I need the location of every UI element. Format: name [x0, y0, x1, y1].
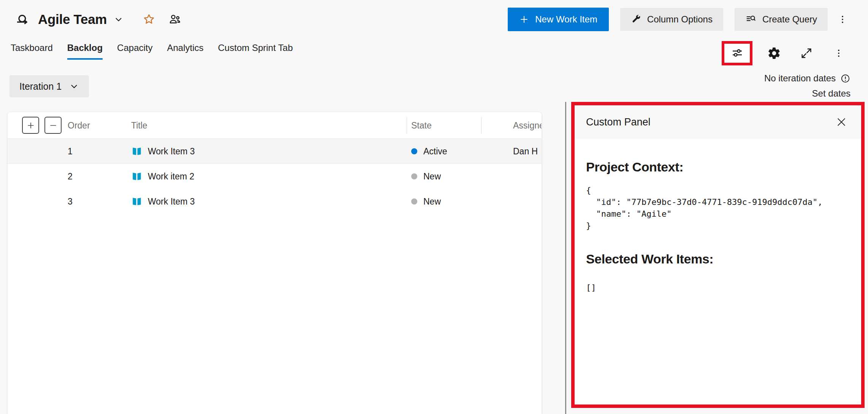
- close-icon: [835, 116, 847, 128]
- filter-highlight-box: [722, 41, 752, 65]
- settings-button[interactable]: [763, 43, 785, 64]
- create-query-label: Create Query: [762, 14, 817, 25]
- work-item-state: New: [423, 197, 441, 207]
- custom-panel: Custom Panel Project Context: { "id": "7…: [571, 102, 865, 408]
- backlog-table: Order Title State Assigned To 1 Work Ite…: [8, 112, 542, 414]
- team-members-button[interactable]: [166, 11, 184, 28]
- create-query-button[interactable]: Create Query: [735, 8, 828, 31]
- sprint-tabs: Taskboard Backlog Capacity Analytics Cus…: [11, 43, 293, 60]
- team-header: Agile Team: [15, 6, 852, 33]
- column-separator: [481, 117, 482, 134]
- work-item-title[interactable]: Work item 2: [148, 171, 194, 182]
- header-more-options-button[interactable]: [833, 8, 852, 31]
- minus-icon: [48, 121, 58, 130]
- table-row[interactable]: 2 Work item 2 New: [8, 164, 542, 189]
- table-row[interactable]: 3 Work Item 3 New: [8, 189, 542, 214]
- new-work-item-label: New Work Item: [535, 14, 597, 25]
- team-members-icon: [168, 13, 182, 26]
- gear-icon: [767, 46, 781, 60]
- tab-taskboard[interactable]: Taskboard: [11, 43, 53, 60]
- state-dot-active: [411, 148, 417, 154]
- chevron-down-icon: [69, 81, 79, 91]
- team-switcher-button[interactable]: [110, 11, 127, 28]
- selected-work-items-json: []: [586, 282, 850, 293]
- iteration-dates-info: No iteration dates Set dates: [764, 73, 851, 99]
- work-item-type-icon: [131, 146, 143, 157]
- plus-icon: [26, 121, 36, 130]
- sprint-icon: [15, 12, 30, 27]
- custom-panel-header: Custom Panel: [575, 105, 861, 139]
- work-item-type-icon: [131, 171, 143, 182]
- project-context-heading: Project Context:: [586, 159, 850, 174]
- row-order: 3: [68, 189, 73, 214]
- state-dot-new: [411, 173, 417, 179]
- query-list-icon: [745, 14, 757, 25]
- set-dates-link[interactable]: Set dates: [812, 88, 851, 99]
- row-order: 1: [68, 139, 73, 164]
- panel-splitter[interactable]: [565, 102, 566, 414]
- panel-close-button[interactable]: [833, 114, 850, 130]
- favorite-button[interactable]: [140, 11, 158, 28]
- iteration-selector[interactable]: Iteration 1: [10, 75, 89, 97]
- page-title: Agile Team: [38, 12, 107, 27]
- column-options-button[interactable]: Column Options: [620, 8, 723, 31]
- column-separator: [407, 117, 407, 134]
- tab-custom-sprint-tab[interactable]: Custom Sprint Tab: [218, 43, 293, 60]
- chevron-down-icon: [114, 14, 124, 24]
- view-actions: [722, 38, 849, 68]
- no-iteration-dates-text: No iteration dates: [764, 73, 836, 84]
- fullscreen-expand-icon: [800, 47, 813, 60]
- work-item-type-icon: [131, 196, 143, 207]
- work-item-title[interactable]: Work Item 3: [148, 146, 195, 157]
- table-row[interactable]: 1 Work Item 3 Active Dan H: [8, 139, 542, 164]
- column-header-order[interactable]: Order: [68, 112, 90, 139]
- selected-work-items-heading: Selected Work Items:: [586, 251, 850, 266]
- filter-sliders-icon: [730, 46, 744, 60]
- fullscreen-button[interactable]: [796, 43, 817, 64]
- favorite-star-icon: [143, 13, 155, 26]
- project-context-json: { "id": "77b7e9bc-37d0-4771-839c-919d9dd…: [586, 184, 850, 232]
- vertical-ellipsis-icon: [838, 14, 847, 24]
- custom-panel-body: Project Context: { "id": "77b7e9bc-37d0-…: [575, 139, 861, 404]
- collapse-all-button[interactable]: [44, 117, 62, 134]
- work-item-title[interactable]: Work Item 3: [148, 197, 195, 207]
- wrench-icon: [631, 14, 641, 25]
- tab-backlog[interactable]: Backlog: [67, 43, 103, 60]
- filter-button[interactable]: [727, 43, 748, 64]
- view-more-options-button[interactable]: [828, 43, 849, 64]
- new-work-item-button[interactable]: New Work Item: [508, 8, 609, 31]
- work-item-state: Active: [423, 146, 447, 157]
- backlog-table-header: Order Title State Assigned To: [8, 112, 542, 139]
- column-header-state[interactable]: State: [411, 112, 432, 139]
- info-icon: [840, 73, 851, 84]
- column-header-title[interactable]: Title: [131, 112, 147, 139]
- iteration-selector-label: Iteration 1: [19, 81, 62, 92]
- state-dot-new: [411, 198, 417, 205]
- column-options-label: Column Options: [647, 14, 713, 25]
- vertical-ellipsis-icon: [834, 48, 844, 58]
- expand-all-button[interactable]: [22, 117, 39, 134]
- custom-panel-title: Custom Panel: [586, 116, 651, 128]
- work-item-assigned-to: Dan H: [513, 139, 538, 164]
- tab-capacity[interactable]: Capacity: [117, 43, 152, 60]
- column-header-assigned-to[interactable]: Assigned To: [513, 112, 542, 139]
- plus-icon: [519, 14, 529, 24]
- work-item-state: New: [423, 171, 441, 182]
- row-order: 2: [68, 164, 73, 189]
- tab-analytics[interactable]: Analytics: [167, 43, 203, 60]
